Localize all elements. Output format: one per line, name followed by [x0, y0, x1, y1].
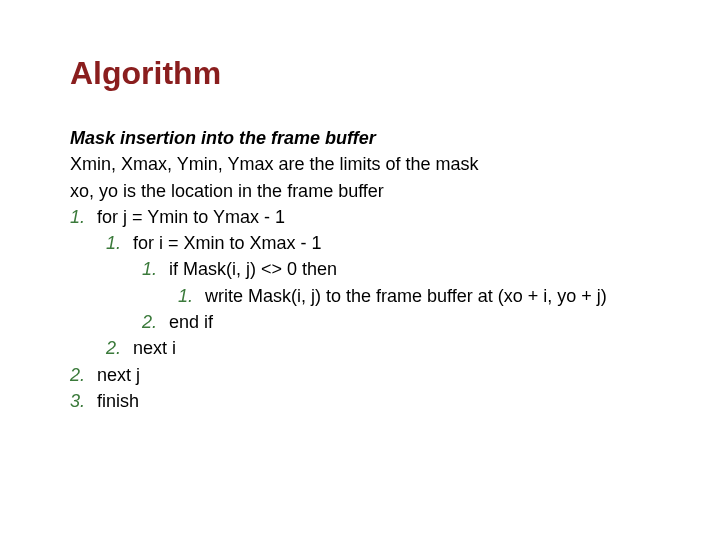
line-code: for i = Xmin to Xmax - 1: [133, 233, 322, 253]
algo-line: 1. for j = Ymin to Ymax - 1: [70, 205, 660, 229]
desc-line-2: xo, yo is the location in the frame buff…: [70, 179, 660, 203]
line-code: next i: [133, 338, 176, 358]
line-code: write Mask(i, j) to the frame buffer at …: [205, 286, 607, 306]
line-number: 2.: [70, 363, 92, 387]
slide-title: Algorithm: [70, 55, 660, 92]
line-code: end if: [169, 312, 213, 332]
algo-line: 1. write Mask(i, j) to the frame buffer …: [70, 284, 660, 308]
line-number: 1.: [142, 257, 164, 281]
line-code: finish: [97, 391, 139, 411]
line-number: 2.: [106, 336, 128, 360]
desc-line-1: Xmin, Xmax, Ymin, Ymax are the limits of…: [70, 152, 660, 176]
line-number: 2.: [142, 310, 164, 334]
slide: Algorithm Mask insertion into the frame …: [0, 0, 720, 540]
subheading: Mask insertion into the frame buffer: [70, 126, 660, 150]
algo-line: 1. for i = Xmin to Xmax - 1: [70, 231, 660, 255]
line-number: 1.: [70, 205, 92, 229]
algo-line: 2. next j: [70, 363, 660, 387]
line-number: 1.: [106, 231, 128, 255]
algo-line: 2. next i: [70, 336, 660, 360]
line-number: 1.: [178, 284, 200, 308]
algo-line: 3. finish: [70, 389, 660, 413]
algo-line: 2. end if: [70, 310, 660, 334]
line-code: if Mask(i, j) <> 0 then: [169, 259, 337, 279]
algo-line: 1. if Mask(i, j) <> 0 then: [70, 257, 660, 281]
line-number: 3.: [70, 389, 92, 413]
line-code: next j: [97, 365, 140, 385]
slide-body: Mask insertion into the frame buffer Xmi…: [70, 126, 660, 413]
line-code: for j = Ymin to Ymax - 1: [97, 207, 285, 227]
